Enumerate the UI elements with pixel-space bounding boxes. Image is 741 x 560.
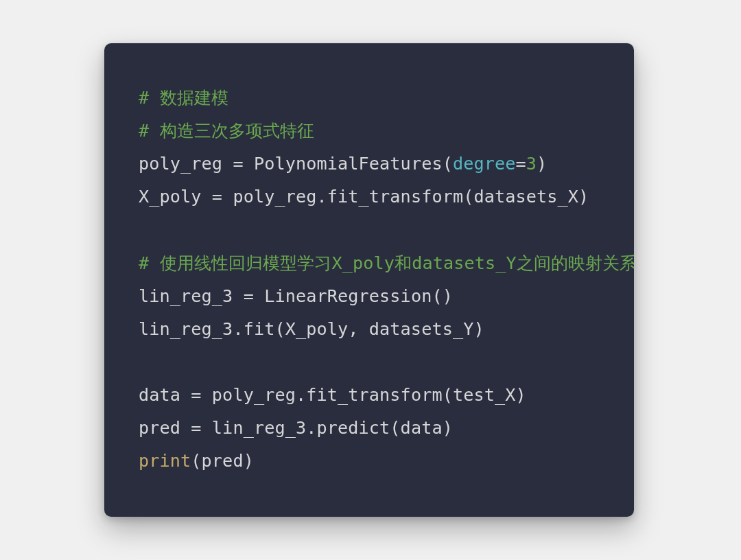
code-token-default: LinearRegression() — [254, 286, 453, 306]
code-line: # 构造三次多项式特征 — [139, 121, 314, 141]
code-line: lin_reg_3.fit(X_poly, datasets_Y) — [139, 319, 484, 339]
code-card: # 数据建模 # 构造三次多项式特征 poly_reg = Polynomial… — [104, 43, 634, 517]
code-line: # 使用线性回归模型学习X_poly和datasets_Y之间的映射关系 — [139, 253, 634, 273]
code-token-comment: # 构造三次多项式特征 — [139, 121, 314, 141]
code-token-default: poly_reg.fit_transform(datasets_X) — [222, 187, 589, 207]
code-token-operator: = — [212, 187, 222, 207]
code-token-builtin: print — [139, 451, 191, 471]
code-token-default: lin_reg_3.fit(X_poly, datasets_Y) — [139, 319, 484, 339]
code-token-default: lin_reg_3.predict(data) — [202, 418, 453, 438]
code-token-default: data — [139, 385, 191, 405]
code-token-operator: = — [191, 418, 201, 438]
code-line: data = poly_reg.fit_transform(test_X) — [139, 385, 526, 405]
code-token-default: (pred) — [191, 451, 254, 471]
code-line: X_poly = poly_reg.fit_transform(datasets… — [139, 187, 589, 207]
code-token-operator: = — [191, 385, 201, 405]
code-token-comment: # 使用线性回归模型学习X_poly和datasets_Y之间的映射关系 — [139, 253, 634, 273]
code-token-default: lin_reg_3 — [139, 286, 244, 306]
code-token-default: PolynomialFeatures( — [244, 154, 453, 174]
code-line: # 数据建模 — [139, 88, 228, 108]
code-token-default: poly_reg — [139, 154, 233, 174]
code-token-operator: = — [233, 154, 243, 174]
code-token-comment: # 数据建模 — [139, 88, 228, 108]
code-line: poly_reg = PolynomialFeatures(degree=3) — [139, 154, 547, 174]
code-token-default: ) — [537, 154, 547, 174]
code-token-number: 3 — [526, 154, 537, 174]
code-block: # 数据建模 # 构造三次多项式特征 poly_reg = Polynomial… — [139, 82, 600, 478]
code-token-default: X_poly — [139, 187, 212, 207]
code-token-operator: = — [244, 286, 254, 306]
code-token-operator: = — [516, 154, 526, 174]
code-line: print(pred) — [139, 451, 254, 471]
code-token-param: degree — [453, 154, 516, 174]
code-line: lin_reg_3 = LinearRegression() — [139, 286, 453, 306]
code-token-default: pred — [139, 418, 191, 438]
code-line: pred = lin_reg_3.predict(data) — [139, 418, 453, 438]
code-token-default: poly_reg.fit_transform(test_X) — [202, 385, 526, 405]
